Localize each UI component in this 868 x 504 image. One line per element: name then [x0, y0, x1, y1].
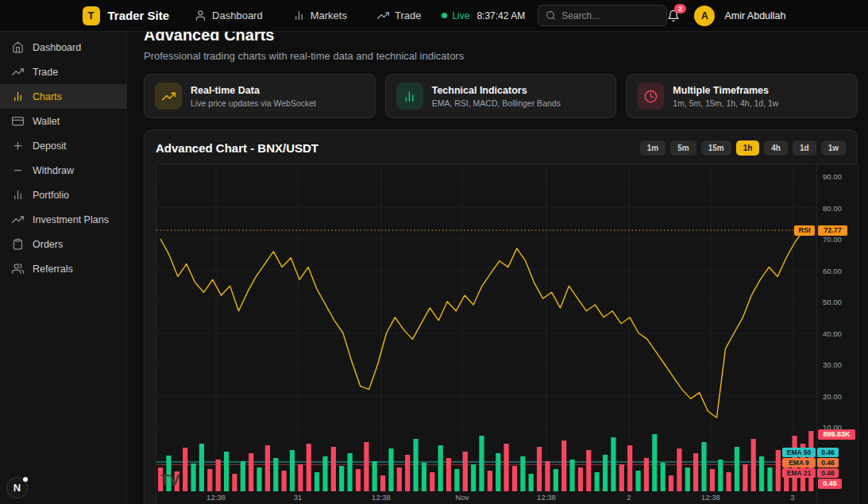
page-title: Advanced Charts: [144, 32, 858, 44]
timeframe-5m[interactable]: 5m: [670, 140, 696, 156]
avatar[interactable]: A: [694, 6, 715, 26]
search-input[interactable]: [561, 10, 659, 21]
y-axis-label: 90.00: [823, 172, 842, 181]
sidebar-item-trade[interactable]: Trade: [0, 60, 126, 84]
y-axis-label: 50.00: [823, 298, 842, 306]
wallet-icon: [12, 115, 24, 127]
rsi-value-badge: 72.77: [818, 225, 847, 236]
dev-badge-letter: N: [14, 482, 21, 494]
feature-card-technical-indicators: Technical IndicatorsEMA, RSI, MACD, Boll…: [385, 74, 617, 118]
sidebar-item-deposit[interactable]: Deposit: [0, 133, 126, 158]
last-price-badge: 0.45: [818, 479, 842, 489]
sidebar-label: Wallet: [33, 116, 60, 127]
feature-card-multiple-timeframes: Multiple Timeframes1m, 5m, 15m, 1h, 4h, …: [626, 74, 858, 118]
sidebar-label: Orders: [33, 239, 63, 250]
search-box[interactable]: [538, 5, 667, 26]
y-axis-label: 40.00: [823, 329, 842, 338]
sidebar-item-charts[interactable]: Charts: [0, 84, 126, 109]
nav-label: Trade: [395, 10, 421, 21]
main-content: Advanced Charts Professional trading cha…: [127, 32, 868, 504]
ema-badge-ema-21: EMA 210.46: [782, 468, 839, 478]
brand-name: Trader Site: [108, 9, 170, 22]
app-logo[interactable]: T: [83, 6, 100, 25]
live-label: Live: [452, 10, 469, 21]
nav-item-dashboard[interactable]: Dashboard: [195, 10, 263, 21]
topbar-nav: DashboardMarketsTrade: [195, 10, 421, 21]
ema-value: 0.46: [817, 458, 839, 467]
users-icon: [12, 263, 24, 275]
timeframe-1d[interactable]: 1d: [793, 140, 816, 156]
timeframe-15m[interactable]: 15m: [701, 140, 731, 156]
trend-up-icon: [155, 83, 182, 110]
trend-up-icon: [12, 66, 24, 78]
chart-card: Advanced Chart - BNX/USDT 1m5m15m1h4h1d1…: [144, 129, 858, 504]
sidebar-item-portfolio[interactable]: Portfolio: [0, 183, 126, 207]
clipboard-icon: [12, 238, 24, 250]
sidebar-item-dashboard[interactable]: Dashboard: [0, 35, 126, 60]
sidebar-label: Trade: [33, 67, 58, 78]
chart-plot[interactable]: [156, 164, 816, 504]
nav-item-trade[interactable]: Trade: [377, 10, 421, 21]
feature-card-real-time-data: Real-time DataLive price updates via Web…: [144, 74, 376, 118]
sidebar-item-investment-plans[interactable]: Investment Plans: [0, 207, 126, 232]
sidebar-item-withdraw[interactable]: Withdraw: [0, 158, 126, 183]
sidebar-item-orders[interactable]: Orders: [0, 232, 126, 256]
ema-label: EMA 50: [782, 448, 816, 457]
x-axis-label: Nov: [456, 493, 469, 502]
sidebar-item-referrals[interactable]: Referrals: [0, 256, 126, 281]
timeframe-1m[interactable]: 1m: [640, 140, 665, 156]
ema-badge-ema-50: EMA 500.46: [782, 448, 839, 457]
nextjs-dev-badge[interactable]: N: [6, 477, 28, 498]
y-axis-label: 60.00: [823, 267, 842, 275]
bar-chart-icon: [293, 10, 305, 21]
timeframe-1w[interactable]: 1w: [821, 140, 846, 156]
nav-item-markets[interactable]: Markets: [293, 10, 347, 21]
y-axis-label: 30.00: [823, 360, 842, 369]
page-subtitle: Professional trading charts with real-ti…: [144, 50, 858, 62]
sidebar-item-wallet[interactable]: Wallet: [0, 109, 126, 133]
sidebar-label: Withdraw: [33, 165, 74, 176]
bar-chart-icon: [396, 83, 423, 110]
y-axis-label: 20.00: [823, 392, 842, 401]
nav-label: Dashboard: [212, 10, 263, 21]
notifications-button[interactable]: 2: [667, 10, 680, 22]
home-icon: [12, 41, 24, 53]
feature-card-title: Multiple Timeframes: [673, 85, 778, 96]
x-axis-label: 2: [627, 493, 631, 502]
rsi-tag: RSI: [794, 225, 815, 236]
clock-icon: [637, 83, 664, 110]
trend-up-icon: [377, 10, 389, 21]
ema-label: EMA 21: [782, 468, 816, 478]
timeframe-1h[interactable]: 1h: [736, 140, 760, 156]
user-icon: [195, 10, 206, 21]
x-axis-label: 31: [294, 493, 303, 502]
chart-header: Advanced Chart - BNX/USDT 1m5m15m1h4h1d1…: [145, 130, 857, 164]
sidebar-label: Dashboard: [33, 42, 81, 53]
x-axis-label: 3: [790, 493, 794, 502]
live-dot-icon: [442, 13, 447, 18]
clock-time: 8:37:42 AM: [476, 10, 525, 21]
feature-card-subtitle: Live price updates via WebSocket: [191, 98, 316, 108]
y-axis-label: 80.00: [823, 204, 842, 213]
ema-value: 0.46: [817, 468, 839, 478]
sidebar-label: Referrals: [33, 264, 73, 275]
sidebar-label: Investment Plans: [33, 214, 109, 225]
volume-value-badge: 899.83K: [818, 429, 855, 440]
sidebar: DashboardTradeChartsWalletDepositWithdra…: [0, 32, 127, 504]
price-chart: 90.0080.0070.0060.0050.0040.0030.0020.00…: [156, 164, 858, 504]
sidebar-label: Portfolio: [33, 190, 69, 201]
feature-card-subtitle: 1m, 5m, 15m, 1h, 4h, 1d, 1w: [673, 98, 778, 108]
x-axis-label: 12:38: [701, 493, 720, 502]
x-axis-label: 12:38: [372, 493, 391, 502]
feature-cards: Real-time DataLive price updates via Web…: [144, 74, 858, 118]
sidebar-label: Charts: [33, 91, 62, 102]
ema-label: EMA 9: [782, 458, 816, 467]
chart-title: Advanced Chart - BNX/USDT: [156, 141, 318, 155]
nav-label: Markets: [311, 10, 347, 21]
live-indicator: Live 8:37:42 AM: [442, 10, 525, 21]
search-icon: [546, 10, 556, 21]
y-axis-label: 70.00: [823, 235, 842, 244]
timeframe-4h[interactable]: 4h: [764, 140, 788, 156]
minus-icon: [12, 164, 24, 176]
plus-icon: [12, 140, 24, 152]
